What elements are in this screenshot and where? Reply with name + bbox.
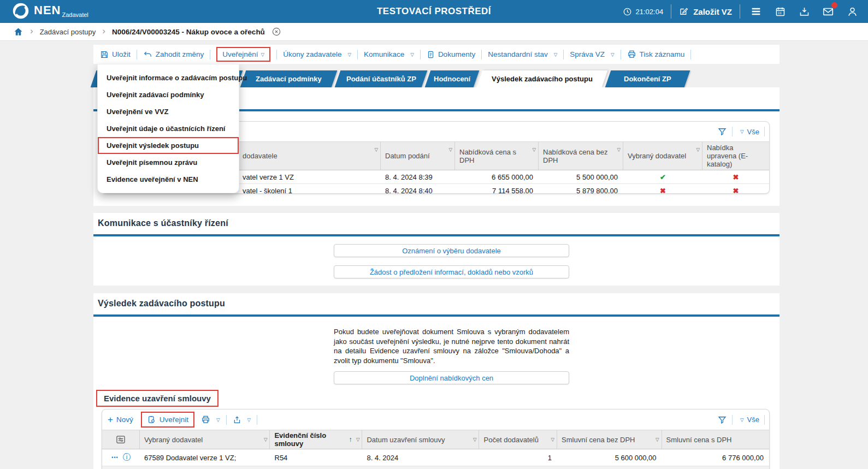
filter-funnel-icon[interactable] <box>717 127 727 136</box>
column-filter-icon[interactable]: ▽ <box>656 436 659 444</box>
section-result: Výsledek zadávacího postupu Pokud budete… <box>93 293 780 469</box>
column-contract-number[interactable]: Evidenční číslo smlouvy ↑ ▽ <box>270 430 362 449</box>
column-filter-icon[interactable]: ▽ <box>551 436 555 444</box>
column-ecatalog[interactable]: Nabídka upravena (E-katalog) <box>702 142 769 170</box>
print-table-button[interactable]: ▽ <box>201 415 220 424</box>
column-selected-supplier[interactable]: Vybraný dodavatel ▽ <box>140 430 270 449</box>
topbar-divider <box>740 4 740 19</box>
column-label: Evidenční číslo smlouvy <box>274 431 346 448</box>
selected-check-icon: ✔ <box>660 173 666 181</box>
info-icon[interactable]: ⓘ <box>123 453 131 462</box>
menu-item-publish-info[interactable]: Uveřejnit informace o zadávacím postupu <box>98 69 239 86</box>
column-filter-icon[interactable]: ▽ <box>532 146 536 154</box>
filter-all-dropdown[interactable]: ▽ Vše <box>737 415 759 424</box>
new-label: Nový <box>116 415 133 424</box>
column-label: Smluvní cena s DPH <box>666 436 732 444</box>
toolbar-divider <box>621 50 621 60</box>
column-price-with-vat[interactable]: Smluvní cena s DPH <box>662 430 769 449</box>
calendar-button[interactable] <box>772 3 788 20</box>
column-filter-icon[interactable]: ▽ <box>374 146 378 154</box>
new-contract-button[interactable]: + Nový <box>108 414 133 425</box>
menu-item-publish-participants[interactable]: Uveřejnit údaje o účastnících řízení <box>98 120 239 137</box>
menu-item-publish-vvz[interactable]: Uveřejnění ve VVZ <box>98 103 239 120</box>
menu-item-publication-records[interactable]: Evidence uveřejnění v NEN <box>98 171 239 188</box>
toolbar-divider <box>357 50 358 60</box>
filter-funnel-icon[interactable] <box>717 415 727 425</box>
cell-date: 8. 4. 2024 <box>362 449 479 466</box>
chevron-down-icon: ▽ <box>261 52 265 57</box>
close-record-button[interactable] <box>271 27 281 37</box>
cell-contract-number: R54 <box>270 449 363 466</box>
notice-of-selection-button[interactable]: Oznámení o výběru dodavatele <box>334 244 569 257</box>
menu-button[interactable] <box>748 3 764 20</box>
menu-item-publish-conditions[interactable]: Uveřejnit zadávací podmínky <box>98 86 239 103</box>
table-scrollbar-track[interactable] <box>102 466 769 469</box>
column-price-with-vat[interactable]: Nabídková cena s DPH ▽ <box>455 142 539 170</box>
documents-button[interactable]: Dokumenty <box>427 50 475 59</box>
downloads-button[interactable] <box>796 3 812 20</box>
print-record-button[interactable]: Tisk záznamu <box>627 50 685 59</box>
tab-zadavaci-podminky[interactable]: Zadávací podmínky <box>240 70 338 87</box>
toolbar-divider <box>226 415 227 425</box>
breadcrumb: › Zadávací postupy › N006/24/V00003245 -… <box>0 23 868 41</box>
column-filter-icon[interactable]: ▽ <box>473 436 477 444</box>
clock-icon <box>623 7 632 16</box>
home-icon[interactable] <box>13 27 23 37</box>
column-settings-icon <box>115 434 126 445</box>
cell-price-vat: 6 655 000,00 <box>455 170 539 183</box>
save-icon <box>100 50 109 59</box>
vz-admin-button[interactable]: Správa VZ ▽ <box>570 50 614 58</box>
close-circle-icon <box>271 27 281 37</box>
tab-hodnoceni[interactable]: Hodnocení <box>425 70 480 87</box>
column-filter-icon[interactable]: ▽ <box>448 146 452 154</box>
tab-dokonceni-zp[interactable]: Dokončení ZP <box>605 70 690 87</box>
column-submit-date[interactable]: Datum podání ▽ <box>381 142 455 170</box>
supplement-prices-button[interactable]: Doplnění nabídkových cen <box>334 371 569 384</box>
messages-button[interactable] <box>820 3 836 20</box>
row-menu-icon[interactable]: ••• <box>111 455 118 460</box>
chevron-down-icon: ▽ <box>347 52 351 57</box>
communication-button[interactable]: Komunikace ▽ <box>364 50 414 58</box>
chevron-down-icon: ▽ <box>740 417 744 423</box>
save-button[interactable]: Uložit <box>100 50 131 59</box>
publish-dropdown-menu: Uveřejnit informace o zadávacím postupu … <box>97 64 239 193</box>
controls-divider <box>732 127 733 136</box>
filter-all-dropdown[interactable]: ▽ Vše <box>737 128 759 136</box>
contracting-actions-label: Úkony zadavatele <box>283 50 341 58</box>
column-filter-icon[interactable]: ▽ <box>356 436 360 444</box>
tab-vysledek-zadavaciho-postupu[interactable]: Výsledek zadávacího postupu <box>477 70 608 87</box>
toolbar-divider <box>420 50 421 60</box>
column-label: Vybraný dodavatel <box>628 152 686 160</box>
documents-label: Dokumenty <box>438 50 475 58</box>
column-supplier-count[interactable]: Počet dodavatelů ▽ <box>479 430 557 449</box>
document-icon <box>427 50 435 59</box>
column-selected-supplier[interactable]: Vybraný dodavatel ▽ <box>623 142 702 170</box>
cell-date: 8. 4. 2024 8:40 <box>381 184 455 194</box>
profile-button[interactable] <box>844 3 860 20</box>
hamburger-icon <box>750 5 762 17</box>
nonstandard-state-button[interactable]: Nestandardní stav ▽ <box>488 50 557 58</box>
column-filter-icon[interactable]: ▽ <box>264 436 268 444</box>
export-button[interactable]: ▽ <box>233 415 251 424</box>
create-vz-button[interactable]: Založit VZ <box>679 7 732 16</box>
column-settings[interactable] <box>102 430 140 449</box>
ecatalog-cross-icon: ✖ <box>733 173 739 181</box>
column-price-without-vat[interactable]: Nabídková cena bez DPH ▽ <box>539 142 623 170</box>
contract-row[interactable]: ••• ⓘ 67589 Dodavatel verze 1 VZ; R54 8.… <box>102 449 769 466</box>
contracting-actions-button[interactable]: Úkony zadavatele ▽ <box>283 50 351 58</box>
publish-contract-button[interactable]: Uveřejnit <box>141 412 194 428</box>
discard-changes-button[interactable]: Zahodit změny <box>143 50 204 59</box>
column-price-without-vat[interactable]: Smluvní cena bez DPH ▽ <box>557 430 662 449</box>
chevron-down-icon: ▽ <box>611 52 615 57</box>
breadcrumb-current: N006/24/V00003245 - Nákup ovoce a ořechů <box>112 28 265 36</box>
request-documents-button[interactable]: Žádost o předložení informací, dokladů n… <box>334 265 569 278</box>
column-filter-icon[interactable]: ▽ <box>617 146 621 154</box>
menu-item-publish-written-report[interactable]: Uveřejnit písemnou zprávu <box>98 154 239 171</box>
contracts-table-panel: + Nový Uveřejnit <box>102 409 770 469</box>
column-conclusion-date[interactable]: Datum uzavření smlouvy ▽ <box>362 430 479 449</box>
breadcrumb-link-procedures[interactable]: Zadávací postupy <box>40 28 96 36</box>
tab-podani-ucastniku[interactable]: Podání účastníků ZP <box>335 70 428 87</box>
publish-menu-button[interactable]: Uveřejnění ▽ <box>216 47 270 62</box>
menu-item-publish-result[interactable]: Uveřejnit výsledek postupu <box>98 137 239 154</box>
column-filter-icon[interactable]: ▽ <box>696 146 700 154</box>
